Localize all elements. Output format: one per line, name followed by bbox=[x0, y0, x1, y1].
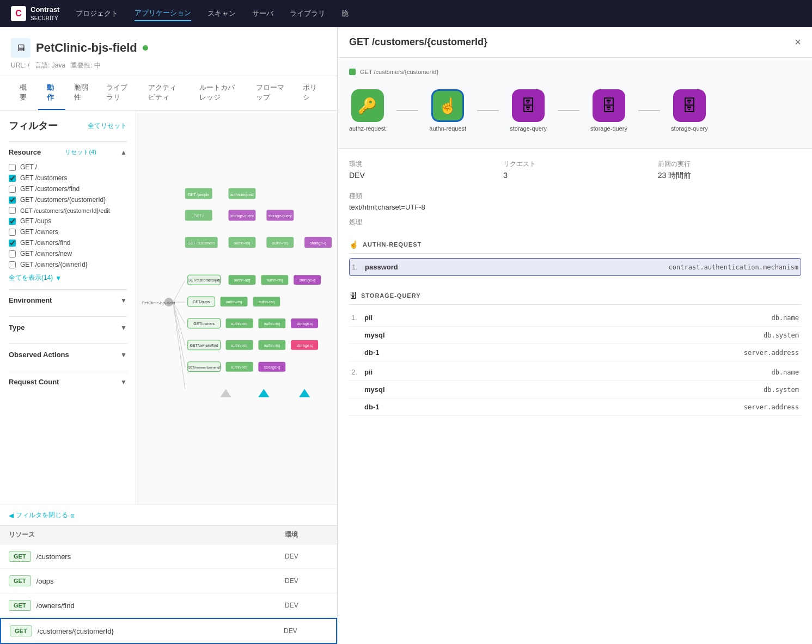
svg-text:authn-req: authn-req bbox=[258, 300, 274, 304]
chevron-left-icon: ◀ bbox=[9, 512, 14, 519]
flow-map-svg: GET /people authn-request GET / bbox=[136, 111, 337, 505]
tab-libraries[interactable]: ライブラリ bbox=[97, 76, 139, 110]
env-label: DEV bbox=[285, 553, 328, 560]
logo-text: ContrastSECURITY bbox=[30, 5, 59, 22]
tab-activity[interactable]: アクティビティ bbox=[139, 76, 191, 110]
resource-reset[interactable]: リセット(4) bbox=[65, 148, 96, 156]
filter-item[interactable]: GET / bbox=[9, 162, 127, 173]
nav-library[interactable]: ライブラリ bbox=[290, 7, 325, 21]
svg-text:authn-req: authn-req bbox=[264, 322, 280, 326]
flow-connector bbox=[638, 110, 660, 111]
table-row[interactable]: GET /owners/find DEV bbox=[0, 593, 337, 618]
storage-data-row: 2. pii db.name bbox=[349, 364, 801, 381]
data-val: db.system bbox=[764, 386, 799, 394]
meta-env: 環境 DEV bbox=[349, 160, 492, 181]
logo-icon: C bbox=[11, 6, 26, 21]
filter-checkbox-get-customers[interactable] bbox=[9, 175, 16, 182]
close-filter-button[interactable]: ◀ フィルタを閉じる ⧖ bbox=[9, 511, 75, 520]
flow-node-authn[interactable]: ☝ authn-request bbox=[429, 89, 466, 132]
svg-text:authn-request: authn-request bbox=[230, 193, 254, 197]
tab-actions[interactable]: 動作 bbox=[38, 76, 65, 110]
flow-node-storage-1[interactable]: 🗄 storage-query bbox=[510, 89, 547, 132]
filter-checkbox-get-owners-id[interactable] bbox=[9, 261, 16, 268]
app-meta: URL: / 言語: Java 重要性: 中 bbox=[11, 61, 326, 70]
filter-checkbox-get-owners-find[interactable] bbox=[9, 240, 16, 247]
tab-route-coverage[interactable]: ルートカバレッジ bbox=[191, 76, 247, 110]
close-panel-button[interactable]: × bbox=[795, 36, 801, 48]
filter-item[interactable]: GET /owners/new bbox=[9, 248, 127, 259]
chevron-up-icon: ▲ bbox=[120, 149, 127, 156]
data-val: contrast.authentication.mechanism bbox=[669, 263, 798, 271]
resource-path: /customers/{customerId} bbox=[38, 627, 284, 635]
nav-scan[interactable]: スキャン bbox=[207, 7, 236, 21]
filter-item[interactable]: GET /owners/find bbox=[9, 237, 127, 248]
filter-item[interactable]: GET /customers bbox=[9, 173, 127, 183]
logo[interactable]: C ContrastSECURITY bbox=[11, 5, 59, 22]
filter-item[interactable]: GET /customers/find bbox=[9, 183, 127, 194]
table-row[interactable]: GET /oups DEV bbox=[0, 569, 337, 593]
svg-line-22 bbox=[173, 302, 185, 346]
svg-text:storage-q: storage-q bbox=[296, 344, 313, 348]
svg-text:authn-req: authn-req bbox=[266, 278, 283, 283]
tab-vulnerabilities[interactable]: 脆弱性 bbox=[65, 76, 97, 110]
filter-checkbox-get-customers-edit[interactable] bbox=[9, 207, 16, 214]
flow-node-storage-3[interactable]: 🗄 storage-query bbox=[671, 89, 708, 132]
tab-overview[interactable]: 概要 bbox=[11, 76, 38, 110]
panel-header: GET /customers/{customerId} × bbox=[338, 27, 812, 58]
filter-item[interactable]: GET /owners/{ownerId} bbox=[9, 259, 127, 270]
filter-checkbox-get-customers-id[interactable] bbox=[9, 197, 16, 204]
data-key: pii bbox=[364, 314, 771, 322]
tab-bar: 概要 動作 脆弱性 ライブラリ アクティビティ ルートカバレッジ フローマップ … bbox=[0, 76, 337, 111]
type-label: 種類 bbox=[349, 192, 801, 201]
filter-item[interactable]: GET /customers/{customerId} bbox=[9, 194, 127, 205]
tab-flowmap[interactable]: フローマップ bbox=[247, 76, 294, 110]
table-row-selected[interactable]: GET /customers/{customerId} DEV bbox=[0, 618, 337, 644]
tab-policy[interactable]: ポリシ bbox=[294, 76, 326, 110]
nav-vuln[interactable]: 脆 bbox=[341, 7, 349, 21]
data-num: 2. bbox=[351, 368, 364, 376]
filter-checkbox-get-owners-new[interactable] bbox=[9, 250, 16, 257]
filter-item[interactable]: GET /oups bbox=[9, 216, 127, 226]
nav-project[interactable]: プロジェクト bbox=[76, 7, 118, 21]
observed-actions-label: Observed Actions bbox=[9, 351, 69, 359]
filter-checkbox-get-customers-find[interactable] bbox=[9, 186, 16, 193]
data-key: pii bbox=[364, 368, 771, 376]
flow-node-storage-2[interactable]: 🗄 storage-query bbox=[590, 89, 627, 132]
filter-item[interactable]: GET /owners bbox=[9, 226, 127, 237]
status-indicator bbox=[143, 45, 148, 51]
process-label-section: 処理 bbox=[349, 218, 801, 227]
flow-connector bbox=[558, 110, 579, 111]
method-badge-get: GET bbox=[10, 625, 32, 636]
svg-text:storage-query: storage-query bbox=[268, 214, 292, 218]
storage2-node-label: storage-query bbox=[590, 125, 627, 132]
filter-icon: ⧖ bbox=[70, 512, 75, 519]
route-table: ◀ フィルタを閉じる ⧖ リソース 環境 GET /customers DEV bbox=[0, 505, 337, 644]
filter-item[interactable]: GET /customers/{customerId}/edit bbox=[9, 205, 127, 216]
svg-text:authn-req: authn-req bbox=[231, 365, 248, 370]
flow-node-authz[interactable]: 🔑 authz-request bbox=[349, 89, 386, 132]
app-header: 🖥 PetClinic-bjs-field URL: / 言語: Java 重要… bbox=[0, 27, 337, 76]
meta-last-run: 前回の実行 23 時間前 bbox=[658, 160, 801, 181]
filter-checkbox-get-root[interactable] bbox=[9, 164, 16, 171]
svg-text:storage-query: storage-query bbox=[230, 214, 254, 218]
storage-data-row: mysql db.system bbox=[349, 381, 801, 398]
chevron-down-icon: ▼ bbox=[120, 297, 127, 304]
filter-checkbox-get-oups[interactable] bbox=[9, 218, 16, 225]
authn-data-row: 1. password contrast.authentication.mech… bbox=[349, 258, 801, 276]
nav-server[interactable]: サーバ bbox=[252, 7, 273, 21]
storage-section: 🗄 STORAGE-QUERY 1. pii db.name mysql db.… bbox=[349, 287, 801, 416]
storage3-node-label: storage-query bbox=[671, 125, 708, 132]
svg-text:GET/customers/{id}: GET/customers/{id} bbox=[187, 278, 221, 283]
app-icon: 🖥 bbox=[11, 38, 30, 58]
data-val: server.address bbox=[744, 349, 799, 357]
table-row[interactable]: GET /customers DEV bbox=[0, 544, 337, 569]
chevron-down-icon: ▼ bbox=[120, 378, 127, 386]
reset-all-button[interactable]: 全てリセット bbox=[88, 121, 127, 131]
filter-checkbox-get-owners[interactable] bbox=[9, 229, 16, 236]
data-key: mysql bbox=[364, 331, 764, 339]
show-more-button[interactable]: 全てを表示(14) ▼ bbox=[9, 273, 127, 283]
panel-title: GET /customers/{customerId} bbox=[349, 36, 487, 48]
flow-map[interactable]: GET /people authn-request GET / bbox=[136, 111, 337, 505]
nav-application[interactable]: アプリケーション bbox=[135, 6, 191, 21]
chevron-down-icon: ▼ bbox=[120, 351, 127, 359]
